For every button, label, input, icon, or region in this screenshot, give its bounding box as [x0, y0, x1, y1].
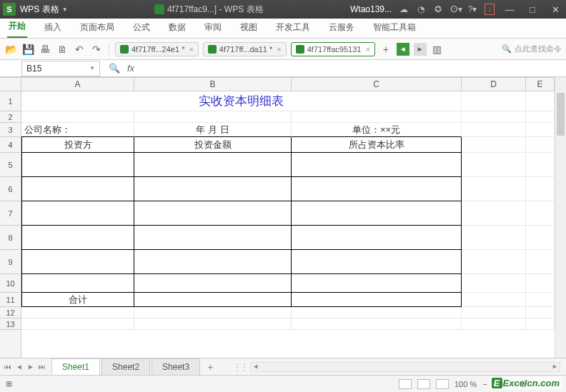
fx-label[interactable]: fx	[127, 63, 134, 74]
name-box[interactable]: B15 ▼	[21, 61, 100, 76]
page-view-button[interactable]	[417, 379, 430, 389]
skin-icon[interactable]: ◔	[416, 4, 426, 14]
cell[interactable]	[292, 293, 462, 307]
sheet-last-icon[interactable]: ⏭	[37, 362, 47, 372]
cell[interactable]	[462, 153, 526, 177]
formula-input[interactable]	[140, 61, 566, 76]
cell[interactable]	[292, 226, 462, 250]
tab-list-icon[interactable]: ▥	[431, 43, 444, 56]
cell[interactable]	[21, 226, 134, 250]
cell[interactable]	[462, 250, 526, 274]
cell[interactable]	[21, 307, 134, 318]
feedback-icon[interactable]: ✪	[433, 4, 443, 14]
command-search[interactable]: 🔍 点此查找命令	[502, 44, 562, 54]
tab-next-button[interactable]: ►	[414, 43, 427, 56]
row-header-12[interactable]: 12	[0, 307, 21, 318]
zoom-label[interactable]: 100 %	[455, 380, 477, 388]
col-header-a[interactable]: A	[21, 78, 134, 91]
cell[interactable]: 所占资本比率	[292, 137, 462, 153]
cell[interactable]	[462, 226, 526, 250]
chevron-down-icon[interactable]: ▼	[89, 65, 95, 71]
cell[interactable]	[526, 137, 555, 153]
row-header-4[interactable]: 4	[0, 137, 21, 153]
tab-view[interactable]: 视图	[239, 17, 259, 38]
close-button[interactable]: ✕	[547, 1, 563, 17]
app-menu-dropdown-icon[interactable]: ▼	[62, 6, 68, 13]
cell[interactable]	[134, 153, 292, 177]
cell[interactable]	[462, 201, 526, 226]
cell[interactable]	[292, 111, 462, 123]
cell[interactable]	[21, 111, 134, 123]
cell[interactable]: 投资方	[21, 137, 134, 153]
cell[interactable]	[134, 226, 292, 250]
sheet-tab-3[interactable]: Sheet3	[152, 358, 200, 376]
cell[interactable]	[526, 153, 555, 177]
cell[interactable]	[292, 177, 462, 201]
cell[interactable]	[134, 111, 292, 123]
zoom-formula-icon[interactable]: 🔍	[109, 63, 120, 74]
close-icon[interactable]: ×	[189, 45, 193, 54]
doc-tab-2[interactable]: 4f717ff...da11 * ×	[203, 42, 287, 56]
row-header-10[interactable]: 10	[0, 274, 21, 293]
cell[interactable]	[134, 274, 292, 293]
cell[interactable]	[526, 91, 555, 111]
tab-smart-toolbox[interactable]: 智能工具箱	[372, 17, 417, 38]
cell[interactable]	[526, 201, 555, 226]
row-header-6[interactable]: 6	[0, 177, 21, 201]
cell[interactable]	[292, 201, 462, 226]
cell[interactable]	[292, 307, 462, 318]
row-header-7[interactable]: 7	[0, 201, 21, 226]
cell[interactable]	[526, 226, 555, 250]
cell[interactable]	[462, 111, 526, 123]
sheet-first-icon[interactable]: ⏮	[3, 362, 13, 372]
close-icon[interactable]: ×	[365, 45, 369, 54]
cell[interactable]	[462, 307, 526, 318]
maximize-button[interactable]: □	[525, 1, 540, 17]
cell[interactable]	[526, 307, 555, 318]
cell[interactable]	[462, 274, 526, 293]
row-header-3[interactable]: 3	[0, 123, 21, 137]
tab-data[interactable]: 数据	[167, 17, 187, 38]
tab-dev-tools[interactable]: 开发工具	[274, 17, 312, 38]
cell[interactable]	[462, 123, 526, 137]
cell[interactable]	[134, 307, 292, 318]
cell[interactable]	[292, 153, 462, 177]
cell[interactable]	[134, 201, 292, 226]
cell[interactable]	[21, 318, 134, 330]
row-header-13[interactable]: 13	[0, 318, 21, 330]
sheet-next-icon[interactable]: ►	[26, 362, 36, 372]
row-header-8[interactable]: 8	[0, 226, 21, 250]
close-icon[interactable]: ×	[277, 45, 281, 54]
new-tab-icon[interactable]: +	[379, 43, 392, 56]
sheet-tab-1[interactable]: Sheet1	[51, 358, 100, 376]
cell[interactable]: 合计	[21, 293, 134, 307]
sheet-prev-icon[interactable]: ◄	[14, 362, 24, 372]
view-mode-icon[interactable]: ⊞	[6, 379, 12, 388]
tab-review[interactable]: 审阅	[203, 17, 223, 38]
cell[interactable]	[21, 250, 134, 274]
col-header-b[interactable]: B	[134, 78, 292, 91]
cloud-icon[interactable]: ☁	[399, 4, 409, 14]
sheet-tab-2[interactable]: Sheet2	[101, 358, 150, 376]
tab-insert[interactable]: 插入	[43, 17, 63, 38]
cell[interactable]	[462, 293, 526, 307]
cell[interactable]	[21, 274, 134, 293]
cell[interactable]	[462, 318, 526, 330]
minimize-button[interactable]: —	[502, 1, 517, 17]
cell[interactable]	[526, 318, 555, 330]
cell[interactable]	[134, 318, 292, 330]
row-header-9[interactable]: 9	[0, 250, 21, 274]
tab-cloud[interactable]: 云服务	[327, 17, 356, 38]
row-header-1[interactable]: 1	[0, 91, 21, 111]
undo-icon[interactable]: ↶	[73, 43, 86, 56]
col-header-d[interactable]: D	[462, 78, 526, 91]
cell[interactable]	[134, 250, 292, 274]
doc-tab-3[interactable]: 4f717ffac95131 ×	[291, 42, 375, 56]
col-header-c[interactable]: C	[292, 78, 462, 91]
tab-prev-button[interactable]: ◄	[397, 43, 409, 56]
row-header-11[interactable]: 11	[0, 293, 21, 307]
exit-icon[interactable]: ↓	[485, 4, 495, 15]
cell[interactable]	[21, 177, 134, 201]
row-header-2[interactable]: 2	[0, 111, 21, 123]
cells-area[interactable]: 实收资本明细表公司名称：年 月 日单位：××元投资方投资金额所占资本比率合计	[21, 91, 555, 363]
